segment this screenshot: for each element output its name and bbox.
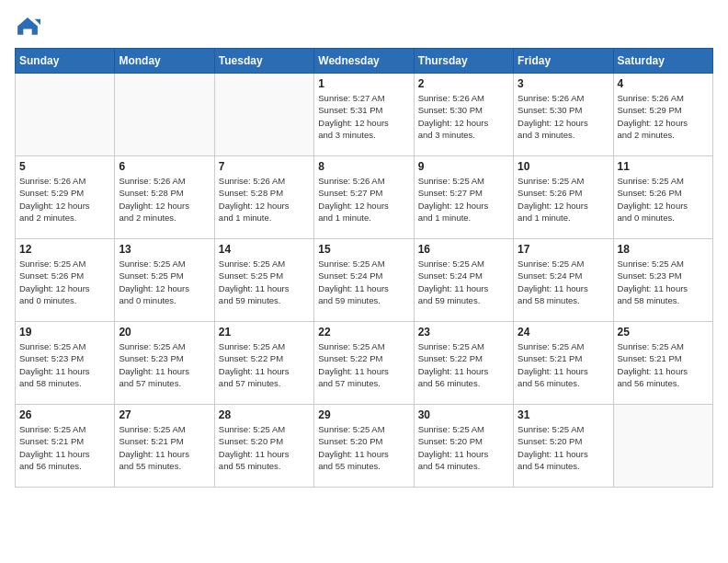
calendar-cell: 23Sunrise: 5:25 AM Sunset: 5:22 PM Dayli… — [414, 322, 513, 405]
calendar-cell — [214, 74, 313, 156]
day-number: 10 — [518, 160, 609, 173]
column-header-wednesday: Wednesday — [314, 49, 414, 74]
calendar-cell: 16Sunrise: 5:25 AM Sunset: 5:24 PM Dayli… — [414, 239, 513, 322]
day-number: 1 — [318, 77, 409, 90]
day-number: 7 — [219, 160, 310, 173]
day-info: Sunrise: 5:25 AM Sunset: 5:20 PM Dayligh… — [418, 423, 509, 472]
day-number: 2 — [418, 77, 509, 90]
day-info: Sunrise: 5:25 AM Sunset: 5:24 PM Dayligh… — [318, 258, 409, 306]
day-number: 25 — [618, 326, 709, 339]
column-header-tuesday: Tuesday — [214, 49, 313, 74]
day-info: Sunrise: 5:27 AM Sunset: 5:31 PM Dayligh… — [318, 92, 409, 141]
day-number: 22 — [318, 326, 409, 339]
column-header-sunday: Sunday — [16, 49, 115, 74]
day-info: Sunrise: 5:26 AM Sunset: 5:29 PM Dayligh… — [19, 175, 110, 224]
day-number: 30 — [418, 408, 509, 421]
calendar-week-1: 1Sunrise: 5:27 AM Sunset: 5:31 PM Daylig… — [16, 74, 713, 156]
svg-marker-0 — [35, 19, 40, 25]
day-number: 15 — [318, 243, 409, 256]
day-info: Sunrise: 5:25 AM Sunset: 5:21 PM Dayligh… — [518, 340, 609, 389]
day-info: Sunrise: 5:25 AM Sunset: 5:26 PM Dayligh… — [19, 258, 110, 306]
calendar-cell: 2Sunrise: 5:26 AM Sunset: 5:30 PM Daylig… — [414, 74, 513, 156]
logo-icon — [15, 15, 40, 40]
day-info: Sunrise: 5:25 AM Sunset: 5:23 PM Dayligh… — [19, 340, 110, 389]
calendar-cell: 15Sunrise: 5:25 AM Sunset: 5:24 PM Dayli… — [314, 239, 414, 322]
day-info: Sunrise: 5:26 AM Sunset: 5:27 PM Dayligh… — [318, 175, 409, 224]
calendar-cell: 26Sunrise: 5:25 AM Sunset: 5:21 PM Dayli… — [16, 405, 115, 488]
day-number: 13 — [119, 243, 210, 256]
day-number: 18 — [618, 243, 709, 256]
day-number: 24 — [518, 326, 609, 339]
calendar-week-4: 19Sunrise: 5:25 AM Sunset: 5:23 PM Dayli… — [16, 322, 713, 405]
day-number: 29 — [318, 408, 409, 421]
day-number: 17 — [518, 243, 609, 256]
day-info: Sunrise: 5:26 AM Sunset: 5:29 PM Dayligh… — [618, 92, 709, 141]
day-info: Sunrise: 5:25 AM Sunset: 5:22 PM Dayligh… — [418, 340, 509, 389]
day-info: Sunrise: 5:25 AM Sunset: 5:20 PM Dayligh… — [219, 423, 310, 472]
day-number: 5 — [19, 160, 110, 173]
day-number: 11 — [618, 160, 709, 173]
calendar-cell: 10Sunrise: 5:25 AM Sunset: 5:26 PM Dayli… — [514, 156, 613, 239]
calendar-cell: 9Sunrise: 5:25 AM Sunset: 5:27 PM Daylig… — [414, 156, 513, 239]
day-info: Sunrise: 5:25 AM Sunset: 5:25 PM Dayligh… — [219, 258, 310, 306]
day-info: Sunrise: 5:25 AM Sunset: 5:20 PM Dayligh… — [318, 423, 409, 472]
column-header-thursday: Thursday — [414, 49, 513, 74]
calendar-cell: 14Sunrise: 5:25 AM Sunset: 5:25 PM Dayli… — [214, 239, 313, 322]
calendar-cell: 31Sunrise: 5:25 AM Sunset: 5:20 PM Dayli… — [514, 405, 613, 488]
calendar-cell: 13Sunrise: 5:25 AM Sunset: 5:25 PM Dayli… — [115, 239, 214, 322]
day-info: Sunrise: 5:25 AM Sunset: 5:24 PM Dayligh… — [518, 258, 609, 306]
day-info: Sunrise: 5:25 AM Sunset: 5:24 PM Dayligh… — [418, 258, 509, 306]
day-info: Sunrise: 5:25 AM Sunset: 5:26 PM Dayligh… — [618, 175, 709, 224]
calendar-cell: 17Sunrise: 5:25 AM Sunset: 5:24 PM Dayli… — [514, 239, 613, 322]
calendar-cell: 21Sunrise: 5:25 AM Sunset: 5:22 PM Dayli… — [214, 322, 313, 405]
calendar-cell: 11Sunrise: 5:25 AM Sunset: 5:26 PM Dayli… — [613, 156, 712, 239]
calendar-cell: 12Sunrise: 5:25 AM Sunset: 5:26 PM Dayli… — [16, 239, 115, 322]
day-number: 4 — [618, 77, 709, 90]
day-info: Sunrise: 5:26 AM Sunset: 5:30 PM Dayligh… — [518, 92, 609, 141]
day-info: Sunrise: 5:25 AM Sunset: 5:27 PM Dayligh… — [418, 175, 509, 224]
calendar-cell: 5Sunrise: 5:26 AM Sunset: 5:29 PM Daylig… — [16, 156, 115, 239]
calendar-cell: 4Sunrise: 5:26 AM Sunset: 5:29 PM Daylig… — [613, 74, 712, 156]
day-info: Sunrise: 5:25 AM Sunset: 5:21 PM Dayligh… — [19, 423, 110, 472]
column-header-monday: Monday — [115, 49, 214, 74]
calendar-week-3: 12Sunrise: 5:25 AM Sunset: 5:26 PM Dayli… — [16, 239, 713, 322]
day-info: Sunrise: 5:25 AM Sunset: 5:21 PM Dayligh… — [618, 340, 709, 389]
calendar-cell — [16, 74, 115, 156]
calendar-cell: 18Sunrise: 5:25 AM Sunset: 5:23 PM Dayli… — [613, 239, 712, 322]
day-info: Sunrise: 5:25 AM Sunset: 5:25 PM Dayligh… — [119, 258, 210, 306]
day-number: 19 — [19, 326, 110, 339]
day-info: Sunrise: 5:25 AM Sunset: 5:26 PM Dayligh… — [518, 175, 609, 224]
calendar-cell: 28Sunrise: 5:25 AM Sunset: 5:20 PM Dayli… — [214, 405, 313, 488]
day-number: 31 — [518, 408, 609, 421]
day-info: Sunrise: 5:26 AM Sunset: 5:30 PM Dayligh… — [418, 92, 509, 141]
calendar-cell: 1Sunrise: 5:27 AM Sunset: 5:31 PM Daylig… — [314, 74, 414, 156]
calendar-cell: 6Sunrise: 5:26 AM Sunset: 5:28 PM Daylig… — [115, 156, 214, 239]
day-info: Sunrise: 5:25 AM Sunset: 5:20 PM Dayligh… — [518, 423, 609, 472]
day-number: 6 — [119, 160, 210, 173]
calendar-cell — [115, 74, 214, 156]
day-number: 21 — [219, 326, 310, 339]
column-header-friday: Friday — [514, 49, 613, 74]
logo — [15, 15, 44, 40]
calendar-cell: 22Sunrise: 5:25 AM Sunset: 5:22 PM Dayli… — [314, 322, 414, 405]
calendar-week-2: 5Sunrise: 5:26 AM Sunset: 5:29 PM Daylig… — [16, 156, 713, 239]
calendar-cell: 29Sunrise: 5:25 AM Sunset: 5:20 PM Dayli… — [314, 405, 414, 488]
calendar-cell: 24Sunrise: 5:25 AM Sunset: 5:21 PM Dayli… — [514, 322, 613, 405]
day-number: 9 — [418, 160, 509, 173]
calendar-cell: 19Sunrise: 5:25 AM Sunset: 5:23 PM Dayli… — [16, 322, 115, 405]
day-number: 23 — [418, 326, 509, 339]
calendar-cell: 20Sunrise: 5:25 AM Sunset: 5:23 PM Dayli… — [115, 322, 214, 405]
day-number: 26 — [19, 408, 110, 421]
day-number: 16 — [418, 243, 509, 256]
calendar-header-row: SundayMondayTuesdayWednesdayThursdayFrid… — [16, 49, 713, 74]
day-info: Sunrise: 5:26 AM Sunset: 5:28 PM Dayligh… — [119, 175, 210, 224]
day-number: 28 — [219, 408, 310, 421]
calendar-cell — [613, 405, 712, 488]
day-info: Sunrise: 5:25 AM Sunset: 5:21 PM Dayligh… — [119, 423, 210, 472]
day-info: Sunrise: 5:25 AM Sunset: 5:23 PM Dayligh… — [618, 258, 709, 306]
calendar-cell: 30Sunrise: 5:25 AM Sunset: 5:20 PM Dayli… — [414, 405, 513, 488]
day-number: 20 — [119, 326, 210, 339]
day-number: 8 — [318, 160, 409, 173]
day-info: Sunrise: 5:26 AM Sunset: 5:28 PM Dayligh… — [219, 175, 310, 224]
day-info: Sunrise: 5:25 AM Sunset: 5:22 PM Dayligh… — [219, 340, 310, 389]
